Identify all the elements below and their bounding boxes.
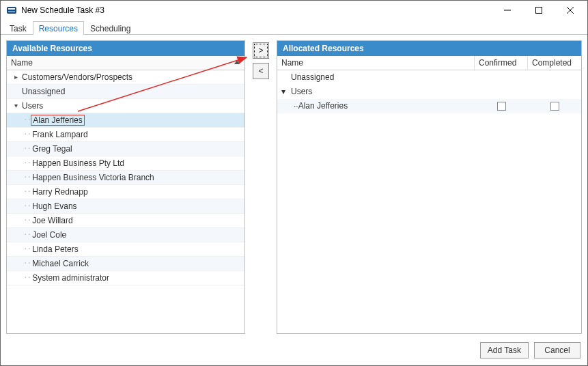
window-title: New Schedule Task #3 [21, 5, 104, 15]
collapse-icon[interactable]: ▾ [11, 102, 20, 109]
allocated-resources-panel: Allocated Resources Name Confirmed Compl… [277, 40, 582, 334]
allocated-group-unassigned[interactable]: Unassigned [277, 70, 581, 85]
tree-user-item[interactable]: ·· Michael Carrick [7, 257, 244, 271]
svg-marker-7 [234, 60, 240, 64]
selected-user-label: Alan Jefferies [31, 115, 85, 126]
tree-user-item[interactable]: ·· Frank Lampard [7, 128, 244, 142]
allocated-column-header: Name Confirmed Completed [277, 56, 581, 70]
collapse-icon[interactable]: ▾ [281, 87, 291, 96]
confirmed-checkbox[interactable] [497, 102, 506, 111]
allocated-col-completed[interactable]: Completed [528, 56, 581, 70]
add-task-button[interactable]: Add Task [480, 342, 529, 358]
tree-user-item[interactable]: ·· Harry Rednapp [7, 185, 244, 199]
tree-user-item[interactable]: ·· Happen Business Victoria Branch [7, 171, 244, 185]
tree-user-item[interactable]: ·· System administrator [7, 271, 244, 285]
allocated-group-users[interactable]: ▾ Users [277, 85, 581, 99]
allocated-col-name[interactable]: Name [277, 56, 475, 70]
dialog-footer: Add Task Cancel [1, 339, 587, 365]
available-resources-panel: Available Resources Name ▸ Customers/Ven… [6, 40, 245, 334]
tree-user-item[interactable]: ·· Hugh Evans [7, 199, 244, 214]
tree-group-cvp[interactable]: ▸ Customers/Vendors/Prospects [7, 70, 244, 85]
available-column-header: Name [7, 56, 244, 70]
available-col-name-label: Name [11, 58, 33, 68]
maximize-button[interactable] [523, 1, 555, 20]
allocated-user-item[interactable]: ·· Alan Jefferies [277, 99, 581, 113]
tree-user-item[interactable]: ·· Joel Cole [7, 228, 244, 242]
svg-rect-2 [8, 11, 15, 12]
app-icon [6, 5, 17, 16]
tree-user-item[interactable]: ·· Greg Tegal [7, 142, 244, 156]
tree-group-users[interactable]: ▾ Users [7, 99, 244, 113]
svg-rect-4 [536, 8, 542, 14]
move-right-button[interactable]: > [253, 42, 269, 59]
tree-group-unassigned[interactable]: Unassigned [7, 85, 244, 99]
completed-checkbox[interactable] [550, 102, 559, 111]
sort-asc-icon [234, 58, 240, 68]
tab-content: Available Resources Name ▸ Customers/Ven… [1, 35, 587, 339]
tab-resources[interactable]: Resources [33, 21, 84, 35]
move-left-button[interactable]: < [253, 63, 269, 79]
tree-connector-icon: ·· [294, 101, 298, 111]
minimize-button[interactable] [492, 1, 523, 20]
close-button[interactable] [555, 1, 586, 20]
allocated-col-confirmed[interactable]: Confirmed [475, 56, 528, 70]
tree-user-item[interactable]: ·· Happen Business Pty Ltd [7, 156, 244, 171]
available-tree[interactable]: ▸ Customers/Vendors/Prospects Unassigned… [7, 70, 244, 333]
transfer-buttons: > < [245, 40, 277, 334]
cancel-button[interactable]: Cancel [534, 342, 580, 358]
tree-user-item[interactable]: ·· Linda Peters [7, 242, 244, 257]
tab-strip: Task Resources Scheduling [1, 20, 587, 35]
tab-task[interactable]: Task [3, 21, 33, 35]
tree-connector-icon: ·· [23, 115, 31, 124]
expand-icon[interactable]: ▸ [11, 73, 20, 81]
tab-scheduling[interactable]: Scheduling [84, 21, 137, 35]
svg-rect-0 [7, 7, 16, 14]
available-resources-header: Available Resources [7, 41, 244, 56]
tree-user-item[interactable]: ·· Alan Jefferies [7, 113, 244, 128]
available-col-name[interactable]: Name [7, 56, 244, 70]
title-bar: New Schedule Task #3 [1, 1, 587, 20]
tree-user-item[interactable]: ·· Joe Willard [7, 214, 244, 228]
allocated-resources-header: Allocated Resources [277, 41, 581, 56]
allocated-tree[interactable]: Unassigned ▾ Users ·· Alan Jefferies [277, 70, 581, 333]
svg-rect-1 [8, 8, 15, 10]
dialog-window: New Schedule Task #3 Task Resources Sche… [0, 0, 588, 366]
